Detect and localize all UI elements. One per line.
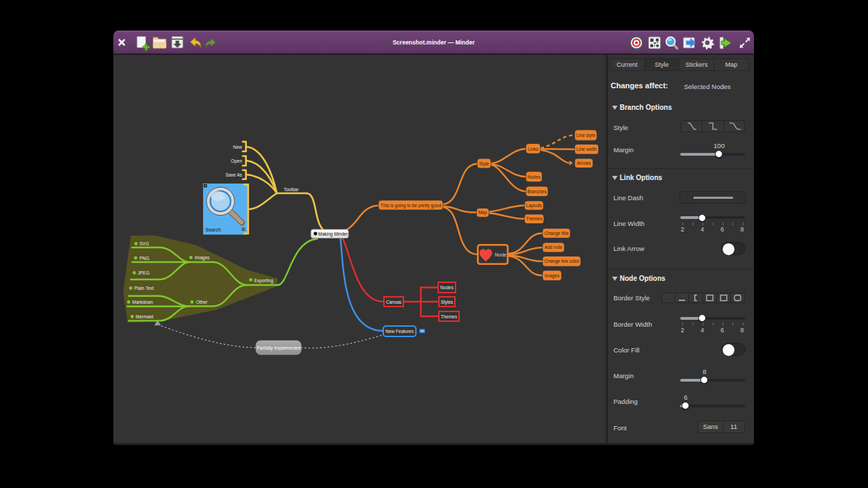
svg-text:Layouts: Layouts [526, 203, 542, 209]
svg-text:Plain Text: Plain Text [134, 286, 154, 291]
svg-text:Search: Search [206, 227, 221, 232]
svg-text:Add note: Add note [545, 245, 563, 250]
svg-text:Markdown: Markdown [132, 300, 153, 304]
svg-text:Change title: Change title [545, 231, 569, 236]
svg-text:JPEG: JPEG [138, 270, 150, 275]
svg-text:Themes: Themes [526, 216, 542, 221]
svg-text:Nodes: Nodes [527, 174, 541, 179]
svg-text:Line width: Line width [577, 147, 597, 152]
svg-text:Node: Node [495, 252, 507, 257]
svg-text:Other: Other [196, 300, 208, 304]
svg-text:SVG: SVG [140, 241, 150, 246]
svg-text:New Features: New Features [385, 329, 414, 334]
svg-text:Links: Links [528, 147, 539, 152]
svg-text:Images: Images [545, 273, 560, 279]
svg-text:Partially Implemented: Partially Implemented [257, 345, 300, 351]
svg-text:PNG: PNG [140, 256, 150, 261]
svg-text:Nodes: Nodes [440, 285, 454, 290]
svg-text:Save As: Save As [225, 172, 243, 177]
svg-text:Exporting: Exporting [255, 278, 274, 284]
svg-text:Styles: Styles [441, 300, 453, 305]
svg-text:New: New [233, 145, 242, 149]
svg-text:Making Minder: Making Minder [319, 231, 348, 237]
svg-text:Themes: Themes [441, 314, 458, 319]
svg-text:Toolbar: Toolbar [284, 187, 299, 192]
svg-text:Images: Images [195, 255, 210, 261]
svg-text:Canvas: Canvas [386, 300, 402, 304]
svg-text:This is going to be pretty goo: This is going to be pretty good [380, 203, 441, 209]
svg-text:Line style: Line style [576, 133, 595, 138]
svg-text:Branches: Branches [527, 189, 547, 194]
svg-text:Map: Map [479, 210, 488, 215]
svg-text:Mermaid: Mermaid [136, 314, 154, 319]
svg-text:Style: Style [479, 161, 490, 167]
svg-text:Arrows: Arrows [577, 161, 591, 165]
svg-text:Open: Open [231, 158, 242, 164]
svg-text:Change link color: Change link color [544, 259, 579, 264]
